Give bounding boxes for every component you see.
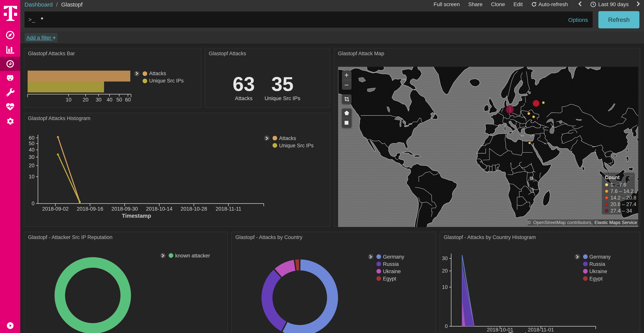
svg-text:50: 50 [116,97,122,103]
svg-text:10: 10 [442,284,448,290]
svg-text:Timestamp: Timestamp [122,213,151,219]
svg-text:2018-09-16: 2018-09-16 [77,206,103,212]
svg-text:30: 30 [96,97,102,103]
svg-text:20: 20 [29,162,34,168]
svg-text:20: 20 [82,97,88,103]
svg-text:2018-09-02: 2018-09-02 [42,206,68,212]
svg-text:50: 50 [29,140,34,146]
svg-text:60: 60 [29,135,34,141]
svg-text:2018-10-14: 2018-10-14 [146,206,172,212]
svg-text:0: 0 [32,200,34,206]
svg-text:0: 0 [445,323,448,329]
svg-text:40: 40 [107,97,112,103]
svg-text:Timestamp: Timestamp [508,331,538,333]
svg-text:30: 30 [442,255,448,261]
svg-text:2018-11-11: 2018-11-11 [216,206,241,212]
svg-text:40: 40 [29,147,34,153]
svg-text:10: 10 [66,97,72,103]
svg-text:10: 10 [29,174,34,179]
svg-text:20: 20 [442,268,448,273]
svg-text:60: 60 [125,97,131,103]
svg-text:2018-10-28: 2018-10-28 [180,206,207,212]
svg-text:2018-09-30: 2018-09-30 [111,206,138,212]
svg-text:30: 30 [29,154,34,160]
